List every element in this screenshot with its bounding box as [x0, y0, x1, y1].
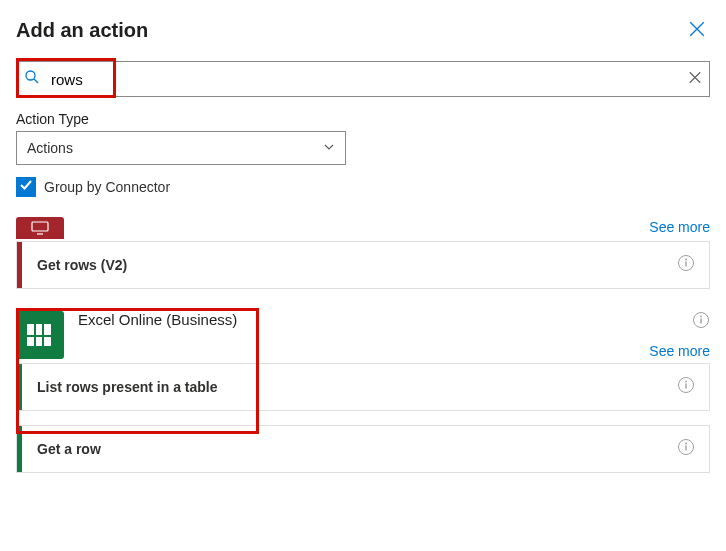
page-title: Add an action: [16, 19, 148, 42]
group-by-connector-checkbox[interactable]: [16, 177, 36, 197]
info-icon[interactable]: [677, 438, 695, 460]
action-label: List rows present in a table: [37, 379, 677, 395]
svg-rect-12: [685, 384, 686, 389]
svg-point-5: [685, 259, 687, 261]
search-clear-button[interactable]: [688, 71, 702, 88]
action-item-get-a-row[interactable]: Get a row: [16, 425, 710, 473]
svg-rect-15: [685, 446, 686, 451]
close-button[interactable]: [684, 16, 710, 45]
info-icon[interactable]: [692, 311, 710, 333]
svg-point-14: [685, 443, 687, 445]
excel-icon: [16, 311, 64, 359]
connector-color-bar: [17, 364, 22, 410]
connector-color-bar: [17, 242, 22, 288]
clear-icon: [688, 73, 702, 88]
svg-point-11: [685, 381, 687, 383]
svg-rect-6: [685, 262, 686, 267]
search-field-wrap: [16, 61, 710, 97]
see-more-link[interactable]: See more: [649, 343, 710, 359]
connector-group-sql: See more Get rows (V2): [16, 217, 710, 289]
info-icon[interactable]: [677, 376, 695, 398]
action-label: Get a row: [37, 441, 677, 457]
action-item-list-rows[interactable]: List rows present in a table: [16, 363, 710, 411]
connector-group-excel: Excel Online (Business) See more List ro…: [16, 311, 710, 473]
info-icon[interactable]: [677, 254, 695, 276]
close-icon: [688, 26, 706, 41]
action-type-value: Actions: [27, 140, 73, 156]
svg-rect-9: [700, 319, 701, 324]
svg-rect-2: [32, 222, 48, 231]
group-by-connector-label: Group by Connector: [44, 179, 170, 195]
search-input[interactable]: [16, 61, 710, 97]
action-type-select[interactable]: Actions: [16, 131, 346, 165]
monitor-icon: [30, 221, 50, 235]
svg-point-8: [700, 316, 702, 318]
chevron-down-icon: [323, 140, 335, 156]
action-label: Get rows (V2): [37, 257, 677, 273]
see-more-link[interactable]: See more: [649, 219, 710, 235]
connector-color-bar: [17, 426, 22, 472]
action-type-label: Action Type: [16, 111, 710, 127]
check-icon: [19, 178, 33, 196]
action-item-get-rows-v2[interactable]: Get rows (V2): [16, 241, 710, 289]
connector-title: Excel Online (Business): [78, 311, 237, 328]
